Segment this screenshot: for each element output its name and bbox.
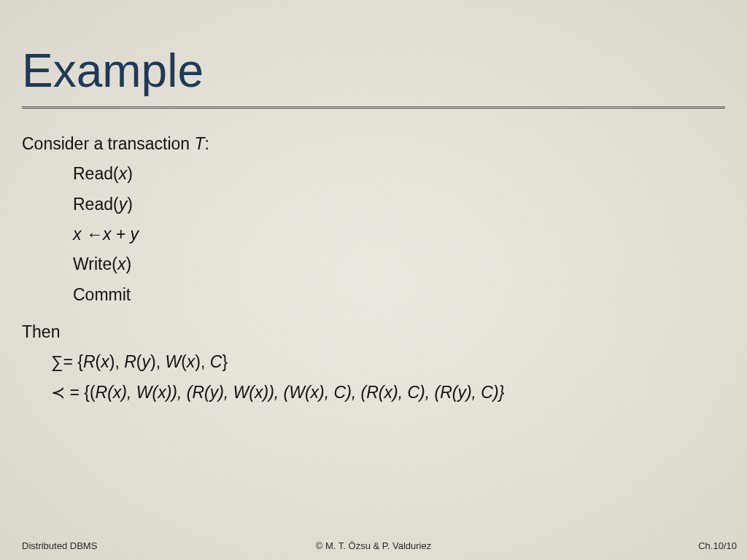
assign-rhs: x + y [103, 225, 139, 244]
op-read-y: Read(y) [22, 192, 725, 217]
slide-title: Example [22, 44, 725, 98]
read-y-var: y [119, 195, 128, 214]
title-rule [22, 106, 725, 112]
sigma-W1b: ( [181, 352, 187, 371]
sigma-W1: W [165, 352, 181, 371]
intro-var-T: T [195, 134, 205, 153]
intro-prefix: Consider a transaction [22, 134, 195, 153]
read-y-c: ) [127, 195, 133, 214]
sigma-W1d: ), [195, 352, 209, 371]
slide-body: Consider a transaction T: Read(x) Read(y… [22, 132, 725, 405]
prec-eq: = {( [65, 383, 96, 402]
prec-symbol: ≺ [51, 383, 65, 402]
write-x-c: ) [125, 254, 131, 273]
op-commit: Commit [22, 283, 725, 307]
op-read-x: Read(x) [22, 162, 725, 186]
prec-body: R(x), W(x)), (R(y), W(x)), (W(x), C), (R… [96, 383, 505, 402]
sigma-R1: R [83, 352, 96, 371]
read-y-a: Read( [73, 195, 119, 214]
intro-line: Consider a transaction T: [22, 132, 725, 156]
assign-lhs: x [73, 225, 86, 244]
then-line: Then [22, 320, 725, 344]
sigma-W1c: x [187, 352, 196, 371]
assign-arrow: ← [86, 225, 103, 244]
read-x-var: x [119, 164, 128, 183]
prec-line: ≺ = {(R(x), W(x)), (R(y), W(x)), (W(x), … [22, 381, 725, 405]
sigma-R2d: ), [150, 352, 165, 371]
write-x-a: Write( [73, 254, 117, 273]
sigma-R2c: y [142, 352, 150, 371]
sigma-symbol: ∑ [51, 352, 63, 371]
sigma-eq: = { [63, 352, 83, 371]
sigma-R1d: ), [109, 352, 124, 371]
write-x-var: x [117, 254, 126, 273]
sigma-R1c: x [101, 352, 109, 371]
op-assign: x ←x + y [22, 222, 725, 246]
sigma-close: } [222, 352, 228, 371]
sigma-line: ∑= {R(x), R(y), W(x), C} [22, 350, 725, 374]
intro-suffix: : [205, 134, 209, 153]
read-x-c: ) [127, 164, 133, 183]
op-write-x: Write(x) [22, 252, 725, 276]
read-x-a: Read( [73, 164, 119, 183]
footer-center: © M. T. Özsu & P. Valduriez [0, 540, 747, 551]
sigma-C: C [210, 352, 222, 371]
slide: Example Consider a transaction T: Read(x… [0, 0, 747, 560]
footer-right: Ch.10/10 [698, 540, 737, 551]
sigma-R2: R [124, 352, 136, 371]
